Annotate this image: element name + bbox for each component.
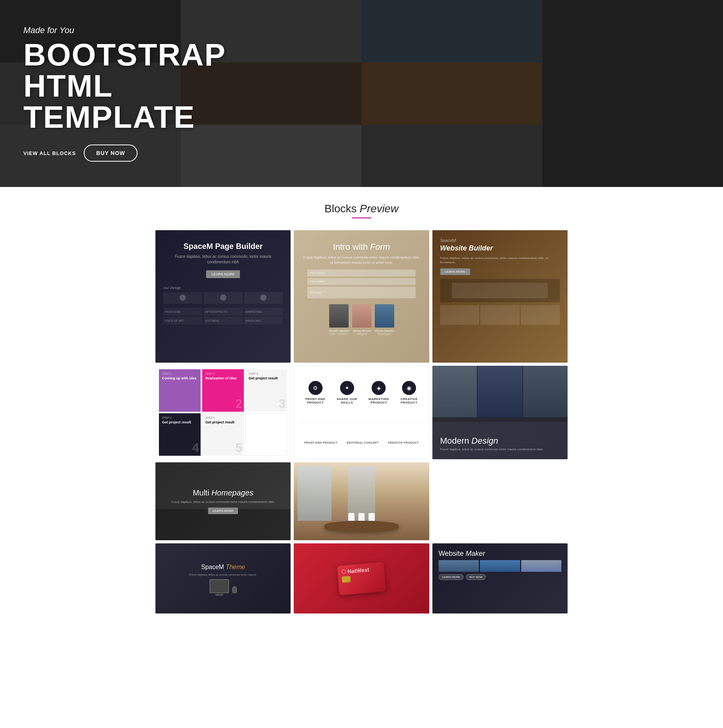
md-people-images bbox=[432, 366, 568, 417]
intro-form-input-email[interactable]: Your email bbox=[307, 278, 416, 285]
thumb-website-maker[interactable]: Website Maker LEARN MORE BUY NOW bbox=[432, 543, 568, 613]
view-all-blocks-button[interactable]: VIEW ALL BLOCKS bbox=[23, 146, 76, 160]
process-step-1: STEP 1 Coming up with idea bbox=[159, 369, 201, 412]
intro-form-fields: Your name Your email Message bbox=[307, 270, 416, 298]
feature-row-1: FRONT-END AFTER EFFECTS MARKETING bbox=[163, 308, 283, 316]
team-role-1: CEO / Founder bbox=[330, 333, 348, 335]
md-img-2 bbox=[478, 366, 522, 417]
buy-now-button[interactable]: BUY NOW bbox=[84, 145, 138, 162]
spacem-builder-title: SpaceM Page Builder bbox=[183, 242, 263, 251]
nw-brand-icon: ⬡ bbox=[341, 568, 346, 575]
preview-row-2: STEP 1 Coming up with idea STEP 2 Realis… bbox=[155, 366, 568, 459]
hero-bg-img-3 bbox=[362, 0, 542, 62]
blocks-preview-section: Blocks Preview SpaceM Page Builder Fusce… bbox=[0, 187, 723, 632]
service-label-3: MARKETINGPRODUCT bbox=[369, 397, 389, 404]
intro-form-input-msg[interactable]: Message bbox=[307, 287, 416, 298]
hero-bg-img-7 bbox=[362, 62, 542, 125]
hero-bg-img-12 bbox=[542, 125, 723, 187]
row3-col3-spacer bbox=[432, 462, 568, 540]
team-avatar-1 bbox=[329, 304, 349, 328]
thumb-website-builder[interactable]: SpaceM Website Builder Fusce dapibus, te… bbox=[432, 230, 568, 363]
thumb-conference-room[interactable] bbox=[294, 462, 429, 540]
step-5-number: 5 bbox=[235, 441, 242, 455]
team-name-1: Amelio Sparks bbox=[329, 329, 349, 333]
design-item-3 bbox=[244, 292, 283, 304]
wm-image-grid bbox=[439, 560, 561, 572]
spacem-builder-btn[interactable]: LEARN MORE bbox=[206, 270, 240, 278]
thumb-process-steps[interactable]: STEP 1 Coming up with idea STEP 2 Realis… bbox=[155, 366, 291, 459]
feature-cell-1: FRONT-END bbox=[163, 308, 202, 316]
process-step-3: STEP 3 Get project result 3 bbox=[245, 369, 287, 412]
wb-bottom-grid bbox=[440, 305, 560, 325]
mh-title: Multi Homepages bbox=[193, 488, 254, 497]
intro-form-title: Intro with Form bbox=[333, 242, 390, 252]
blocks-preview-title: Blocks Preview bbox=[8, 203, 715, 215]
preview-row-3: Multi Homepages Fusce dapibus, tellus ac… bbox=[155, 462, 568, 540]
md-img-1 bbox=[432, 366, 477, 417]
mh-desc: Fusce dapibus, tellus ac cursus commodo … bbox=[171, 500, 275, 504]
service-icons-row: ⚙ FRONT-ENDPRODUCT ✦ SHARE OURSKILLS ◈ M… bbox=[300, 381, 423, 404]
team-role-3: Developer bbox=[378, 333, 391, 335]
our-design-label: Our Design bbox=[163, 286, 283, 290]
wm-title: Website Maker bbox=[439, 550, 561, 558]
service-item-2: ✦ SHARE OURSKILLS bbox=[337, 381, 357, 404]
md-title: Modern Design bbox=[440, 436, 560, 446]
step-5-label: STEP 5 bbox=[205, 416, 241, 419]
wm-btn-learn[interactable]: LEARN MORE bbox=[439, 574, 464, 580]
thumb-natwest-card[interactable]: ⬡ NatWest bbox=[294, 543, 429, 613]
wb-mockup bbox=[440, 279, 560, 302]
wb-mockup-inner bbox=[452, 283, 548, 298]
intro-form-input-name[interactable]: Your name bbox=[307, 270, 416, 277]
md-img-3 bbox=[523, 366, 568, 417]
service-item-1: ⚙ FRONT-ENDPRODUCT bbox=[305, 381, 325, 404]
team-member-2: Jenny Moore Designer bbox=[352, 304, 372, 335]
wb-btn[interactable]: LEARN MORE bbox=[440, 268, 470, 275]
conf-chair-3 bbox=[369, 513, 375, 521]
service-label-7: CREATIVE PRODUCT bbox=[388, 441, 419, 444]
feature-cell-6: FRESH MKT bbox=[244, 317, 283, 324]
hero-section: Made for You Bootstrap HTML Template VIE… bbox=[0, 0, 723, 187]
thumb-multi-homepages[interactable]: Multi Homepages Fusce dapibus, tellus ac… bbox=[155, 462, 291, 540]
thumb-spacem-builder[interactable]: SpaceM Page Builder Fusce dapibus, tellu… bbox=[155, 230, 291, 363]
team-member-3: Gloria Daniels Developer bbox=[375, 304, 394, 335]
step-1-title: Coming up with idea bbox=[162, 376, 198, 381]
wm-img-snow bbox=[521, 560, 561, 572]
hero-bg-img-11 bbox=[362, 125, 542, 187]
step-2-label: STEP 2 bbox=[205, 372, 241, 375]
preview-row-4: SpaceM Theme Fusce dapibus, tellus ac cu… bbox=[155, 543, 568, 613]
thumb-service-circles: ⚙ FRONT-ENDPRODUCT ✦ SHARE OURSKILLS ◈ M… bbox=[294, 366, 429, 459]
conf-room-bg bbox=[294, 462, 429, 540]
wb-feature-2 bbox=[480, 305, 519, 325]
preview-row-1: SpaceM Page Builder Fusce dapibus, tellu… bbox=[155, 230, 568, 363]
thumb-spacem-theme[interactable]: SpaceM Theme Fusce dapibus, tellus ac cu… bbox=[155, 543, 291, 613]
service-label-4: CREATIVEPRODUCT bbox=[400, 397, 418, 404]
st-mouse bbox=[232, 586, 237, 593]
service-label-6: EDITORIAL CONCEPT bbox=[347, 441, 379, 444]
st-title: SpaceM Theme bbox=[201, 564, 245, 571]
service-item-5: FRONT-END PRODUCT bbox=[304, 441, 338, 444]
conf-table bbox=[324, 521, 399, 532]
thumb-modern-design[interactable]: Modern Design Fusce dapibus, tellus ac c… bbox=[432, 366, 568, 459]
spacem-builder-subtitle: Fusce dapibus, tellus ac cursus commodo,… bbox=[163, 254, 283, 265]
conf-chairs bbox=[348, 513, 375, 521]
feature-rows: FRONT-END AFTER EFFECTS MARKETING STATE … bbox=[163, 308, 283, 326]
conf-chair-1 bbox=[348, 513, 354, 521]
nw-brand: ⬡ NatWest bbox=[341, 566, 370, 575]
wb-feature-1 bbox=[440, 305, 479, 325]
service-icon-2: ✦ bbox=[340, 381, 354, 395]
conf-window-right bbox=[348, 466, 375, 521]
step-5-title: Get project result bbox=[205, 420, 241, 425]
feature-cell-5: EDITORIAL bbox=[204, 317, 243, 324]
hero-content: Made for You Bootstrap HTML Template VIE… bbox=[0, 25, 226, 162]
wm-btn-buy[interactable]: BUY NOW bbox=[466, 574, 486, 580]
service-icon-3: ◈ bbox=[372, 381, 386, 395]
thumb-intro-form[interactable]: Intro with Form Fusce dapibus, tellus ac… bbox=[294, 230, 429, 363]
mh-btn[interactable]: LEARN MORE bbox=[208, 508, 238, 514]
step-4-title: Get project result bbox=[162, 420, 198, 425]
hero-title: Bootstrap HTML Template bbox=[23, 39, 226, 133]
intro-form-team: Amelio Sparks CEO / Founder Jenny Moore … bbox=[307, 304, 416, 335]
st-desc: Fusce dapibus, tellus ac cursus commodo … bbox=[189, 573, 257, 576]
team-avatar-2 bbox=[352, 304, 372, 328]
wm-buttons: LEARN MORE BUY NOW bbox=[439, 574, 561, 580]
wb-content: Fusce dapibus, tellus ac cursus commodo,… bbox=[440, 256, 560, 264]
